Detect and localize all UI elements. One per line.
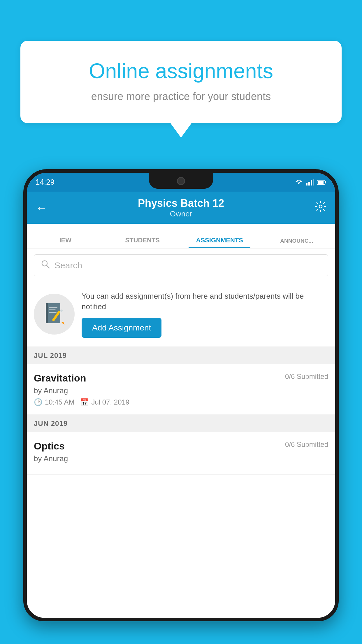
svg-point-7 bbox=[319, 205, 322, 208]
assignment-submitted: 0/6 Submitted bbox=[285, 372, 328, 381]
status-icons bbox=[294, 179, 326, 186]
speech-bubble-subtitle: ensure more practice for your students bbox=[41, 90, 321, 103]
svg-rect-14 bbox=[49, 309, 56, 310]
wifi-icon bbox=[294, 179, 303, 186]
assignment-submitted-2: 0/6 Submitted bbox=[285, 440, 328, 449]
back-button[interactable]: ← bbox=[36, 201, 47, 214]
calendar-icon: 📅 bbox=[80, 398, 89, 406]
battery-icon bbox=[317, 180, 326, 185]
speech-bubble-title: Online assignments bbox=[41, 58, 321, 83]
assignment-icon-circle bbox=[34, 294, 75, 335]
phone-wrapper: 14:29 bbox=[23, 169, 339, 644]
section-jul-2019: JUL 2019 bbox=[27, 347, 335, 364]
speech-bubble: Online assignments ensure more practice … bbox=[20, 41, 342, 123]
search-placeholder-text: Search bbox=[55, 260, 82, 270]
clock-icon: 🕑 bbox=[34, 398, 43, 406]
info-text: You can add assignment(s) from here and … bbox=[82, 291, 328, 338]
svg-rect-13 bbox=[49, 307, 57, 308]
header-title: Physics Batch 12 bbox=[138, 197, 224, 209]
svg-rect-3 bbox=[313, 179, 314, 186]
phone-notch bbox=[149, 173, 213, 189]
assignment-name-2: Optics bbox=[34, 440, 65, 452]
assignment-time: 10:45 AM bbox=[45, 398, 74, 406]
phone-inner: 14:29 bbox=[27, 173, 335, 618]
svg-rect-15 bbox=[49, 312, 57, 313]
notebook-icon bbox=[43, 302, 65, 327]
assignment-meta: 🕑 10:45 AM 📅 Jul 07, 2019 bbox=[34, 398, 328, 406]
svg-rect-5 bbox=[325, 181, 326, 183]
assignment-by-2: by Anurag bbox=[34, 454, 328, 463]
svg-rect-2 bbox=[311, 180, 312, 186]
section-jun-2019: JUN 2019 bbox=[27, 415, 335, 432]
svg-rect-6 bbox=[318, 181, 324, 184]
header-center: Physics Batch 12 Owner bbox=[138, 197, 224, 218]
signal-icon bbox=[306, 179, 314, 186]
svg-rect-12 bbox=[46, 303, 48, 323]
phone-outer: 14:29 bbox=[23, 169, 339, 621]
tab-iew[interactable]: IEW bbox=[27, 237, 104, 248]
app-header: ← Physics Batch 12 Owner bbox=[27, 192, 335, 224]
date-meta: 📅 Jul 07, 2019 bbox=[80, 398, 129, 406]
tab-assignments[interactable]: ASSIGNMENTS bbox=[181, 237, 258, 248]
table-row[interactable]: Gravitation 0/6 Submitted by Anurag 🕑 10… bbox=[27, 364, 335, 415]
tab-students[interactable]: STUDENTS bbox=[104, 237, 181, 248]
svg-rect-0 bbox=[306, 183, 307, 186]
search-icon bbox=[41, 260, 50, 271]
assignment-by: by Anurag bbox=[34, 386, 328, 395]
phone-camera bbox=[177, 177, 185, 185]
settings-icon[interactable] bbox=[315, 201, 326, 215]
search-bar[interactable]: Search bbox=[34, 254, 328, 276]
tab-bar: IEW STUDENTS ASSIGNMENTS ANNOUNC... bbox=[27, 224, 335, 249]
add-assignment-button[interactable]: Add Assignment bbox=[82, 318, 161, 338]
time-meta: 🕑 10:45 AM bbox=[34, 398, 74, 406]
header-subtitle: Owner bbox=[138, 209, 224, 218]
speech-bubble-container: Online assignments ensure more practice … bbox=[20, 41, 342, 123]
svg-line-9 bbox=[47, 265, 49, 268]
info-card: You can add assignment(s) from here and … bbox=[27, 282, 335, 347]
status-time: 14:29 bbox=[36, 178, 55, 187]
table-row[interactable]: Optics 0/6 Submitted by Anurag bbox=[27, 432, 335, 475]
assignment-date: Jul 07, 2019 bbox=[91, 398, 129, 406]
assignment-row-top: Gravitation 0/6 Submitted bbox=[34, 372, 328, 384]
assignment-name: Gravitation bbox=[34, 372, 86, 384]
screen-content: Search bbox=[27, 249, 335, 618]
svg-rect-1 bbox=[308, 182, 310, 186]
info-description: You can add assignment(s) from here and … bbox=[82, 291, 328, 312]
tab-announcements[interactable]: ANNOUNC... bbox=[258, 238, 335, 248]
assignment-row-top-2: Optics 0/6 Submitted bbox=[34, 440, 328, 452]
